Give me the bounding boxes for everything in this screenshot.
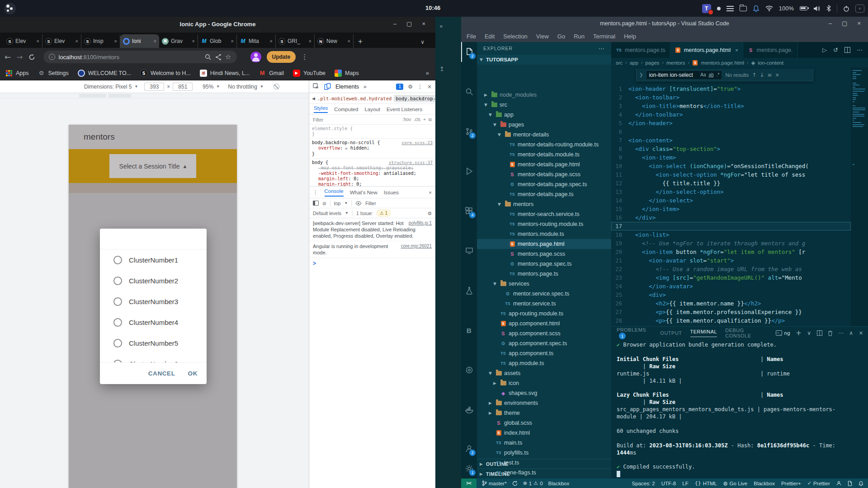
device-width-input[interactable]: 393 <box>144 83 164 91</box>
editor-tab-mentors.page.ts[interactable]: TSmentors.page.ts <box>611 42 670 58</box>
console-message[interactable]: core.mjs:26021 Angular is running in dev… <box>309 241 435 258</box>
status-item-utf-8[interactable]: UTF-8 <box>661 481 676 486</box>
ok-button[interactable]: OK <box>188 370 198 377</box>
terminal-output[interactable]: ✔ Browser application bundle generation … <box>617 342 864 477</box>
teams-tray-icon[interactable]: T <box>702 4 711 13</box>
editor-tab-mentors.page.[interactable]: Smentors.page. <box>743 42 798 58</box>
url-text[interactable]: localhost:8100/mentors <box>59 54 119 61</box>
code-line[interactable]: 27 <p>{{ item.mentor.professionalExperie… <box>611 308 851 316</box>
tree-item-node_modules[interactable]: ▶node_modules <box>477 90 611 100</box>
source-link[interactable]: core.scss:23 <box>401 140 433 145</box>
code-line[interactable]: 17 <box>611 222 851 230</box>
throttle-warning-icon[interactable] <box>274 84 279 89</box>
testing-activity-icon[interactable] <box>461 281 477 300</box>
add-rule-icon[interactable]: + <box>423 117 426 122</box>
kill-terminal-icon[interactable] <box>828 330 833 336</box>
tree-item-app.component.html[interactable]: 5app.component.html <box>477 319 611 328</box>
close-button[interactable]: × <box>857 20 861 27</box>
find-in-selection-icon[interactable]: ≡ <box>767 72 772 78</box>
tree-item-pages[interactable]: ▼pages <box>477 120 611 130</box>
problems-item[interactable]: ⊗1 ⚠0 <box>523 480 543 486</box>
tree-item-mentors.page.ts[interactable]: TSmentors.page.ts <box>477 269 611 279</box>
sync-icon[interactable] <box>512 481 518 486</box>
console-menu-icon[interactable]: ⋮ <box>313 189 318 196</box>
minimize-button[interactable]: – <box>393 20 396 27</box>
status-item-person[interactable] <box>836 481 841 486</box>
bookmark-welcome-to-h---[interactable]: SWelcome to H... <box>140 70 191 77</box>
run-debug-activity-icon[interactable] <box>461 161 477 181</box>
clear-console-icon[interactable]: ⊘ <box>322 201 326 206</box>
tree-item-mentor.service.spec.ts[interactable]: ⚙mentor.service.spec.ts <box>477 289 611 299</box>
media-query-bar[interactable] <box>0 93 309 99</box>
code-line[interactable]: 6 <box>611 127 851 136</box>
console-sidebar-toggle-icon[interactable] <box>313 201 319 206</box>
maximize-panel-icon[interactable]: ∧ <box>849 330 853 336</box>
tree-item-mentor-details.page.scss[interactable]: Smentor-details.page.scss <box>477 169 611 179</box>
tree-item-app[interactable]: ▼app <box>477 110 611 120</box>
tree-item-index.html[interactable]: 5index.html <box>477 428 611 438</box>
status-item-bell[interactable] <box>859 481 863 486</box>
status-item-doc[interactable] <box>848 481 852 486</box>
tree-item-app-routing.module.ts[interactable]: TSapp-routing.module.ts <box>477 309 611 319</box>
tree-item-environments[interactable]: ▶environments <box>477 398 611 408</box>
chrome-titlebar[interactable]: Ionic App - Google Chrome – ▢ × <box>0 17 435 33</box>
tree-item-mentor.service.ts[interactable]: TSmentor.service.ts <box>477 299 611 309</box>
issues-label[interactable]: 1 Issue: <box>356 211 373 216</box>
maximize-button[interactable]: ▢ <box>842 20 847 27</box>
tree-item-mentors.page.html[interactable]: 5mentors.page.html <box>477 239 611 249</box>
browser-tab-insp[interactable]: SInsp× <box>81 34 120 48</box>
tab-close-icon[interactable]: × <box>735 47 738 53</box>
find-prev-icon[interactable]: ↑ <box>752 72 756 78</box>
status-item-spaces--2[interactable]: Spaces: 2 <box>632 481 655 486</box>
menu-run[interactable]: Run <box>574 33 585 40</box>
forward-button[interactable]: → <box>16 52 23 61</box>
remote-indicator[interactable]: >< <box>461 479 476 488</box>
tab-computed[interactable]: Computed <box>334 107 358 112</box>
breadcrumb-back-icon[interactable]: ◀ <box>312 96 315 101</box>
update-button[interactable]: Update <box>267 51 296 63</box>
zoom-icon[interactable] <box>205 54 212 61</box>
code-line[interactable]: 18 <ion-list> <box>611 230 851 239</box>
menu-selection[interactable]: Selection <box>503 33 527 40</box>
code-line[interactable]: 2 <ion-toolbar> <box>611 93 851 102</box>
radio-option[interactable]: ClusterNumber5 <box>100 333 207 353</box>
device-toggle-icon[interactable] <box>324 83 331 90</box>
code-line[interactable]: 4 </ion-toolbar> <box>611 110 851 119</box>
tab-close-icon[interactable]: × <box>348 38 350 44</box>
find-input[interactable]: ion-item ion-select Aa ab .* <box>646 70 722 80</box>
source-link[interactable]: polyfills.js:1 <box>409 220 432 226</box>
tree-item-polyfills.ts[interactable]: TSpolyfills.ts <box>477 448 611 458</box>
match-case-icon[interactable]: Aa <box>700 72 706 77</box>
wifi-icon[interactable] <box>765 5 773 11</box>
code-line[interactable]: 23 <img [src]="getRandomImageURL()" alt=… <box>611 273 851 282</box>
remote-explorer-activity-icon[interactable] <box>461 241 477 261</box>
bluetooth-icon[interactable] <box>826 5 831 12</box>
more-actions-icon[interactable]: ⋯ <box>838 330 844 336</box>
cancel-button[interactable]: CANCEL <box>148 370 175 377</box>
blackbox-status-item[interactable]: Blackbox <box>548 481 570 486</box>
address-bar[interactable]: i localhost:8100/mentors ☆ <box>43 51 237 63</box>
status-item-go-live[interactable]: ◍Go Live <box>723 480 747 486</box>
tab-close-icon[interactable]: × <box>75 38 78 44</box>
bookmark-hindi-news--l---[interactable]: अHindi News, L... <box>200 70 250 77</box>
browser-tab-elev[interactable]: SElev× <box>42 34 81 48</box>
radio-option[interactable]: ClusterNumber3 <box>100 291 207 312</box>
code-line[interactable]: 21 <ion-avatar slot="start"> <box>611 256 851 265</box>
split-editor-icon[interactable] <box>844 47 850 53</box>
status-item-prettier[interactable]: ✓Prettier <box>807 480 830 486</box>
console-message[interactable]: polyfills.js:1 [webpack-dev-server] Serv… <box>309 218 435 241</box>
status-item-prettier+[interactable]: Prettier+ <box>781 481 801 486</box>
tree-item-icon[interactable]: ▶icon <box>477 378 611 388</box>
code-line[interactable]: 13 </ion-select-option> <box>611 188 851 196</box>
bookmark-settings[interactable]: ⚙Settings <box>38 70 69 77</box>
code-line[interactable]: 1<ion-header [translucent]="true"> <box>611 84 851 93</box>
tab-close-icon[interactable]: × <box>231 38 234 44</box>
breadcrumb-item[interactable]: pages <box>645 60 659 66</box>
files-tray-icon[interactable] <box>740 6 747 11</box>
tree-item-mentors[interactable]: ▼mentors <box>477 199 611 209</box>
maximize-button[interactable]: ▢ <box>406 20 412 27</box>
style-rule-backdrop-no-scroll[interactable]: core.scss:23 body.backdrop-no-scroll { o… <box>309 139 435 159</box>
distro-logo-icon[interactable] <box>4 3 16 14</box>
search-activity-icon[interactable] <box>461 82 477 102</box>
code-line[interactable]: 19 <!-- Use *ngFor to iterate through me… <box>611 239 851 248</box>
